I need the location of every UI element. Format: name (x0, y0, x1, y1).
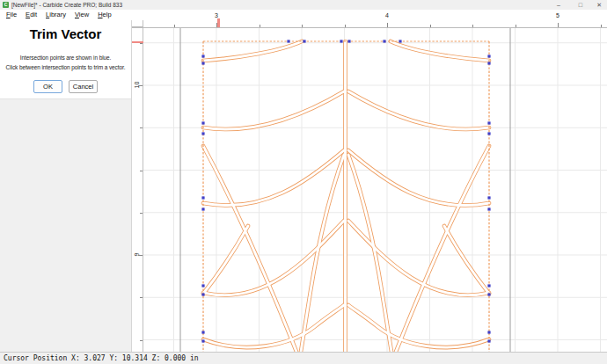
cursor-x-marker-icon (217, 18, 220, 27)
titlebar: C [NewFile]* - Carbide Create PRO; Build… (0, 0, 607, 10)
menu-library[interactable]: Library (41, 10, 70, 20)
menu-edit[interactable]: Edit (21, 10, 41, 20)
web-vectors[interactable] (203, 41, 489, 352)
grid-lines (143, 27, 607, 352)
maximize-button[interactable]: □ (579, 0, 582, 10)
vertical-ruler: 10 9 (132, 27, 143, 352)
menu-help[interactable]: Help (93, 10, 115, 20)
status-bar: Cursor Position X: 3.027 Y: 10.314 Z: 0.… (0, 352, 607, 364)
ruler-corner (132, 20, 143, 27)
horizontal-ruler: 3 4 5 (132, 20, 607, 28)
panel-title: Trim Vector (0, 20, 131, 41)
design-canvas[interactable] (143, 27, 607, 352)
instruction-line-2: Click between intersection points to tri… (0, 61, 131, 70)
menu-view[interactable]: View (70, 10, 93, 20)
h-ruler-label-5: 5 (556, 12, 559, 18)
main-area: Trim Vector Intersection points are show… (0, 20, 607, 352)
ok-button[interactable]: OK (33, 80, 62, 93)
trim-vector-panel: Trim Vector Intersection points are show… (0, 20, 132, 352)
h-ruler-label-4: 4 (385, 12, 389, 18)
window-title: [NewFile]* - Carbide Create PRO; Build 8… (11, 2, 122, 8)
instruction-line-1: Intersection points are shown in blue. (0, 41, 131, 61)
h-ruler-label-3: 3 (215, 12, 218, 18)
menubar: File Edit Library View Help (0, 10, 607, 20)
trim-vector-dialog: Trim Vector Intersection points are show… (0, 20, 131, 99)
menu-file[interactable]: File (2, 10, 21, 20)
app-icon: C (3, 2, 9, 8)
minimize-button[interactable]: – (557, 0, 560, 10)
close-button[interactable]: ✕ (596, 0, 602, 10)
cancel-button[interactable]: Cancel (69, 80, 98, 93)
cursor-position-readout: Cursor Position X: 3.027 Y: 10.314 Z: 0.… (4, 354, 199, 362)
